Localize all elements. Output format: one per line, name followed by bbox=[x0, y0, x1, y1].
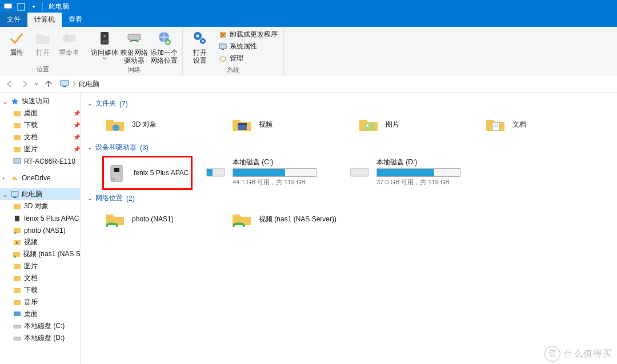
folder-icon bbox=[13, 202, 22, 211]
uninstall-programs-button[interactable]: 卸载或更改程序 bbox=[216, 29, 280, 40]
address-bar[interactable]: 此电脑 bbox=[59, 79, 99, 89]
properties-button[interactable]: 属性 bbox=[3, 28, 30, 56]
tab-view[interactable]: 查看 bbox=[62, 13, 89, 27]
breadcrumb[interactable]: 此电脑 bbox=[79, 79, 99, 89]
group-header-label: 网络位置 bbox=[95, 193, 123, 203]
svg-rect-34 bbox=[14, 264, 21, 269]
tree-item-label: 快速访问 bbox=[22, 96, 49, 106]
add-network-location-icon bbox=[155, 29, 173, 47]
tree-drive-c[interactable]: 本地磁盘 (C:) bbox=[0, 320, 80, 332]
drive-c[interactable]: 本地磁盘 (C:) 44.1 GB 可用，共 119 GB bbox=[203, 156, 336, 188]
content-pane[interactable]: ⌄ 文件夹 (7) 3D 对象 视频 图片 文档 ⌄ bbox=[81, 93, 617, 364]
chevron-down-icon[interactable]: ⌄ bbox=[2, 98, 8, 106]
group-header-label: 文件夹 bbox=[95, 99, 116, 108]
open-settings-button[interactable]: 打开 设置 bbox=[186, 28, 214, 64]
svg-rect-43 bbox=[364, 123, 374, 130]
item-label: 3D 对象 bbox=[132, 120, 157, 130]
tree-downloads2[interactable]: 下载 bbox=[0, 284, 80, 296]
tree-onedrive[interactable]: › OneDrive bbox=[0, 172, 80, 184]
tree-photo-nas[interactable]: photo (NAS1) bbox=[0, 224, 80, 236]
network-folder-icon bbox=[13, 226, 22, 235]
tree-quick-desktop[interactable]: 桌面📌 bbox=[0, 107, 80, 119]
svg-rect-22 bbox=[14, 135, 21, 140]
qat-properties-icon[interactable] bbox=[15, 1, 27, 13]
svg-rect-21 bbox=[14, 123, 21, 128]
tree-videos-nas[interactable]: 视频 (nas1 (NAS Se bbox=[0, 248, 80, 260]
ribbon-tabs: 文件 计算机 查看 bbox=[0, 13, 617, 27]
pin-icon: 📌 bbox=[73, 146, 80, 152]
recent-locations-button[interactable] bbox=[32, 76, 41, 91]
open-folder-icon bbox=[34, 29, 52, 47]
chevron-right-icon[interactable]: › bbox=[2, 174, 8, 182]
access-media-button[interactable]: 访问媒体 bbox=[90, 28, 119, 60]
system-small-buttons: 卸载或更改程序 系统属性 管理 bbox=[216, 28, 280, 64]
watermark-text: 什么值得买 bbox=[564, 348, 612, 360]
tree-3d-objects[interactable]: 3D 对象 bbox=[0, 200, 80, 212]
group-header-folders[interactable]: ⌄ 文件夹 (7) bbox=[87, 99, 615, 108]
tree-item-label: 图片 bbox=[24, 261, 38, 271]
tree-this-pc[interactable]: ⌄ 此电脑 bbox=[0, 188, 80, 200]
item-label: 文档 bbox=[512, 120, 526, 130]
manage-button[interactable]: 管理 bbox=[216, 53, 280, 64]
group-header-network[interactable]: ⌄ 网络位置 (2) bbox=[87, 193, 615, 203]
this-pc-icon bbox=[3, 2, 13, 11]
folder-pictures[interactable]: 图片 bbox=[356, 112, 472, 137]
up-button[interactable] bbox=[41, 76, 56, 91]
tree-item-label: 桌面 bbox=[24, 309, 38, 319]
add-network-location-button[interactable]: 添加一个 网络位置 bbox=[149, 28, 179, 64]
svg-rect-52 bbox=[207, 169, 213, 176]
qat-dropdown-icon[interactable] bbox=[27, 1, 40, 13]
chevron-down-icon[interactable]: ⌄ bbox=[2, 191, 8, 199]
tree-videos[interactable]: 视频 bbox=[0, 236, 80, 248]
tab-computer[interactable]: 计算机 bbox=[27, 13, 62, 27]
svg-rect-25 bbox=[11, 192, 18, 196]
ribbon-group-location-label: 位置 bbox=[3, 64, 82, 75]
nav-bar: 此电脑 bbox=[0, 75, 617, 93]
folder-3d-objects[interactable]: 3D 对象 bbox=[102, 112, 219, 137]
map-network-drive-button[interactable]: 映射网络 驱动器 bbox=[119, 28, 149, 64]
tree-quick-documents[interactable]: 文档📌 bbox=[0, 131, 80, 143]
tree-quick-router[interactable]: RT-AC66R-E110 bbox=[0, 155, 80, 167]
system-properties-button[interactable]: 系统属性 bbox=[216, 41, 280, 52]
device-fenix[interactable]: fenix 5 Plus APAC bbox=[102, 156, 193, 190]
ribbon: 属性 打开 重命名 位置 访问媒体 bbox=[0, 27, 617, 75]
svg-rect-18 bbox=[61, 80, 69, 86]
portable-device-icon bbox=[105, 161, 128, 184]
pin-icon: 📌 bbox=[73, 134, 80, 140]
tree-desktop2[interactable]: 桌面 bbox=[0, 308, 80, 320]
drive-caption: 44.1 GB 可用，共 119 GB bbox=[233, 178, 316, 187]
folder-documents[interactable]: 文档 bbox=[483, 112, 599, 137]
back-button[interactable] bbox=[2, 76, 17, 91]
group-header-devices[interactable]: ⌄ 设备和驱动器 (3) bbox=[87, 143, 615, 152]
tree-quick-access[interactable]: ⌄ 快速访问 bbox=[0, 95, 80, 107]
svg-rect-24 bbox=[14, 159, 21, 163]
tree-quick-downloads[interactable]: 下载📌 bbox=[0, 119, 80, 131]
network-video[interactable]: 视频 (nas1 (NAS Server)) bbox=[229, 207, 346, 232]
tree-item-label: 下载 bbox=[24, 120, 38, 130]
forward-button[interactable] bbox=[17, 76, 32, 91]
open-button[interactable]: 打开 bbox=[30, 28, 56, 56]
tree-drive-d[interactable]: 本地磁盘 (D:) bbox=[0, 332, 80, 344]
svg-point-14 bbox=[202, 40, 204, 42]
folder-documents-icon bbox=[484, 113, 507, 136]
rename-icon bbox=[60, 29, 78, 47]
desktop-icon bbox=[13, 310, 22, 319]
network-photo[interactable]: photo (NAS1) bbox=[102, 207, 219, 232]
title-separator bbox=[42, 2, 43, 11]
tree-fenix[interactable]: fenix 5 Plus APAC bbox=[0, 212, 80, 224]
ribbon-group-system: 打开 设置 卸载或更改程序 系统属性 bbox=[183, 27, 284, 75]
tree-music[interactable]: 音乐 bbox=[0, 296, 80, 308]
tree-quick-pictures[interactable]: 图片📌 bbox=[0, 143, 80, 155]
tree-documents2[interactable]: 文档 bbox=[0, 272, 80, 284]
tree-item-label: fenix 5 Plus APAC bbox=[24, 215, 79, 223]
navigation-pane[interactable]: ⌄ 快速访问 桌面📌 下载📌 文档📌 图片📌 RT-AC66R-E110 › O… bbox=[0, 93, 81, 364]
item-label: photo (NAS1) bbox=[132, 215, 174, 223]
ribbon-group-network: 访问媒体 映射网络 驱动器 添加一个 网络位置 网络 bbox=[86, 27, 183, 75]
drive-d[interactable]: 本地磁盘 (D:) 37.0 GB 可用，共 119 GB bbox=[347, 156, 480, 188]
ribbon-group-location: 属性 打开 重命名 位置 bbox=[0, 27, 86, 75]
tab-file[interactable]: 文件 bbox=[0, 13, 27, 27]
rename-button[interactable]: 重命名 bbox=[56, 28, 82, 56]
tree-pictures2[interactable]: 图片 bbox=[0, 260, 80, 272]
folder-videos[interactable]: 视频 bbox=[229, 112, 346, 137]
group-body-folders: 3D 对象 视频 图片 文档 bbox=[102, 112, 615, 140]
